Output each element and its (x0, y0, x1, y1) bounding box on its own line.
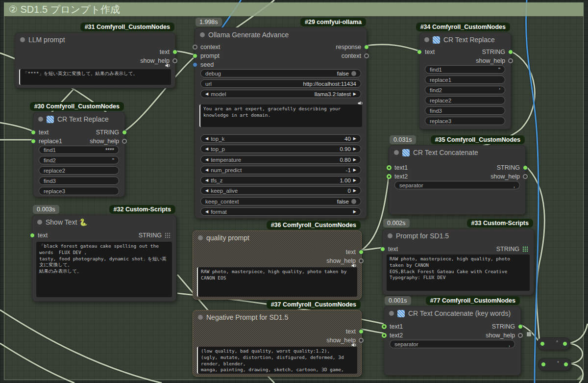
replace2-field[interactable]: replace2 (39, 166, 119, 175)
reroute-node[interactable]: * (538, 358, 571, 371)
node-cr-text-concatenate-77[interactable]: 0.001s #77 Comfyroll_CustomNodes CR Text… (384, 306, 521, 376)
node-negative-prompt-sd15[interactable]: #37 Comfyroll_CustomNodes Negative Promp… (193, 310, 362, 377)
text-input-socket[interactable] (30, 233, 35, 238)
reroute-output-socket[interactable] (564, 362, 568, 367)
find3-field[interactable]: find3 (425, 106, 505, 115)
collapse-dot[interactable] (394, 150, 399, 155)
show-help-output-socket[interactable] (172, 58, 177, 63)
prompt-input-socket[interactable] (193, 53, 197, 58)
tfs-z-number[interactable]: ◀tfs_z 1.00▶ (200, 176, 361, 184)
separator-field[interactable]: separator, (394, 181, 520, 189)
text-input-socket[interactable] (380, 247, 385, 252)
collapse-dot[interactable] (424, 37, 429, 42)
group-resize-handle[interactable] (577, 373, 583, 380)
collapse-dot[interactable] (198, 235, 203, 240)
find2-field[interactable]: find2" (39, 156, 119, 164)
string-output-socket[interactable] (518, 324, 523, 329)
replace3-field[interactable]: replace3 (39, 187, 119, 195)
link-midpoint-nub[interactable] (526, 332, 532, 337)
replace3-field[interactable]: replace3 (425, 117, 505, 125)
find1-field[interactable]: find1" (425, 65, 505, 74)
node-cr-text-replace-30[interactable]: #30 Comfyroll_CustomNodes CR Text Replac… (33, 112, 125, 197)
execution-time-badge: 1.998s (196, 18, 222, 26)
node-graph-canvas[interactable]: #31 Comfyroll_CustomNodes LLM prompt tex… (0, 0, 588, 383)
collapse-dot[interactable] (38, 117, 43, 122)
collapse-dot[interactable] (20, 37, 25, 42)
collapse-dot[interactable] (37, 220, 42, 225)
combo-right-arrow[interactable]: ▶ (353, 92, 356, 96)
node-cr-text-replace-34[interactable]: #34 Comfyroll_CustomNodes CR Text Replac… (419, 32, 511, 129)
show-help-output-socket[interactable] (359, 258, 364, 263)
text2-input-socket[interactable] (387, 174, 392, 179)
show-help-output: show_help (476, 56, 505, 65)
text1-input-socket[interactable] (387, 165, 392, 170)
text-output-socket[interactable] (359, 250, 364, 255)
reroute-input-socket[interactable] (540, 341, 545, 346)
socket-row: text STRING (419, 48, 511, 56)
socket-row: text STRING (32, 231, 176, 240)
prompt-text-area[interactable]: (low quality, bad quality, worst quality… (197, 347, 357, 374)
collapse-dot[interactable] (388, 233, 392, 238)
node-llm-prompt[interactable]: #31 Comfyroll_CustomNodes LLM prompt tex… (15, 32, 175, 88)
show-help-output-socket[interactable] (359, 338, 364, 343)
reroute-input-socket[interactable] (541, 362, 546, 367)
node-show-text[interactable]: 0.003s #32 Custom-Scripts Show Text 🐍 te… (32, 215, 176, 302)
find1-field[interactable]: find1**** (39, 146, 119, 154)
replace2-field[interactable]: replace2 (425, 96, 505, 104)
prompt-text-area[interactable]: 「****」を短い英文に変換して。結果のみ表示して。 (19, 69, 171, 85)
text-output-socket[interactable] (359, 329, 364, 334)
node-ollama-generate-advance[interactable]: 1.998s #29 comfyui-ollama Ollama Generat… (195, 27, 367, 219)
toggle-knob (351, 71, 356, 76)
replace1-input-socket[interactable] (31, 139, 36, 144)
node-id-badge: #33 Custom-Scripts (467, 219, 533, 228)
string-output-socket[interactable] (523, 165, 528, 170)
context-output-socket[interactable] (364, 53, 369, 58)
collapse-dot[interactable] (198, 315, 203, 320)
text-output-socket[interactable] (172, 50, 177, 54)
collapse-dot[interactable] (389, 311, 394, 316)
combo-left-arrow[interactable]: ◀ (205, 92, 208, 96)
string-output-socket[interactable] (122, 130, 127, 135)
node-title: CR Text Concatenate (413, 149, 478, 156)
prompt-text-area[interactable]: RAW photo, masterpiece, high quality, ph… (197, 267, 357, 297)
model-combo[interactable]: ◀ model llama3.2:latest ▶ (200, 90, 361, 98)
text-input-socket[interactable] (417, 50, 422, 54)
node-quality-prompt[interactable]: #36 Comfyroll_CustomNodes quality prompt… (193, 230, 362, 300)
url-field[interactable]: url http://localhost:11434 (200, 79, 361, 88)
display-text-area[interactable]: 「black forest gateau cake spelling out t… (36, 242, 172, 297)
display-text-area[interactable]: RAW photo, masterpiece, high quality, ph… (387, 255, 530, 291)
keep-context-toggle[interactable]: keep_context false (200, 197, 361, 205)
find2-field[interactable]: find2' (425, 86, 505, 94)
show-help-output-socket[interactable] (508, 58, 513, 63)
node-cr-text-concatenate-35[interactable]: 0.031s #35 Comfyroll_CustomNodes CR Text… (389, 145, 526, 215)
socket-row: text2 show_help (389, 172, 525, 181)
show-help-output-socket[interactable] (523, 174, 528, 179)
context-input-socket[interactable] (193, 45, 197, 50)
collapse-dot[interactable] (200, 32, 205, 37)
text-input-socket[interactable] (31, 130, 36, 135)
top-p-number[interactable]: ◀top_p 0.90▶ (200, 145, 361, 153)
separator-field[interactable]: separator, (390, 340, 515, 348)
top-k-number[interactable]: ◀top_k 40▶ (200, 134, 361, 143)
num-predict-number[interactable]: ◀num_predict -1▶ (200, 166, 361, 174)
group-title[interactable]: ② SD1.5 プロンプト作成 (4, 2, 584, 16)
response-output-socket[interactable] (364, 45, 369, 50)
node-id-badge: #77 Comfyroll_CustomNodes (426, 296, 520, 305)
debug-toggle[interactable]: debug false (200, 69, 361, 77)
keep-alive-number[interactable]: ◀keep_alive 0▶ (200, 186, 361, 195)
show-help-output-socket[interactable] (518, 333, 523, 338)
node-prompt-for-sd15[interactable]: 0.002s #33 Custom-Scripts Prompt for SD1… (382, 229, 534, 295)
format-combo[interactable]: ◀format ▶ (200, 207, 361, 216)
reroute-output-socket[interactable] (563, 341, 567, 346)
replace1-field[interactable]: replace1 (425, 76, 505, 84)
find3-field[interactable]: find3 (39, 177, 119, 185)
text2-input-socket[interactable] (382, 333, 387, 338)
show-help-output-socket[interactable] (122, 139, 127, 144)
seed-input-socket[interactable] (193, 62, 197, 67)
text1-input-socket[interactable] (382, 324, 387, 329)
text-output: text (346, 248, 356, 256)
system-prompt-text-area[interactable]: You are an art expert, gracefully descri… (199, 104, 362, 127)
reroute-node[interactable]: * (537, 337, 570, 350)
string-output-socket[interactable] (508, 50, 513, 54)
temperature-number[interactable]: ◀temperature 0.80▶ (200, 155, 361, 164)
